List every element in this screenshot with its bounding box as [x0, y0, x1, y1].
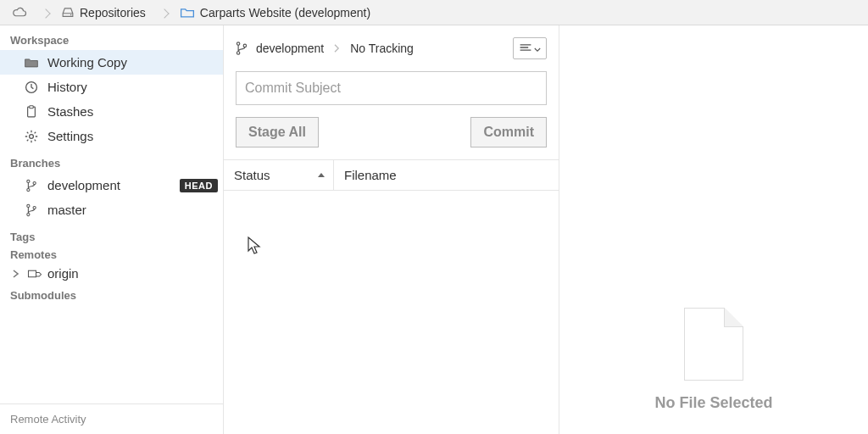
clock-icon — [24, 81, 39, 94]
column-status[interactable]: Status — [224, 160, 334, 190]
svg-point-9 — [27, 213, 30, 215]
branch-icon — [24, 203, 39, 217]
cursor-icon — [248, 236, 261, 258]
commit-options-menu[interactable] — [513, 37, 547, 59]
svg-rect-11 — [29, 270, 36, 277]
column-filename[interactable]: Filename — [334, 160, 407, 190]
svg-point-10 — [33, 206, 36, 209]
chevron-right-icon — [156, 6, 170, 19]
breadcrumb-cloud[interactable] — [5, 0, 34, 25]
section-branches-label: Branches — [0, 148, 223, 173]
breadcrumb-repositories-label: Repositories — [80, 6, 146, 19]
tracking-label[interactable]: No Tracking — [350, 42, 414, 55]
breadcrumb-bar: Repositories Carparts Website (developme… — [0, 0, 868, 25]
current-branch-name[interactable]: development — [256, 42, 324, 55]
remote-activity-label: Remote Activity — [0, 403, 223, 434]
drive-icon — [61, 7, 75, 19]
no-file-selected-text: No File Selected — [654, 394, 772, 412]
breadcrumb-current-repo[interactable]: Carparts Website (development) — [173, 0, 377, 25]
sidebar-item-working-copy[interactable]: Working Copy — [0, 50, 223, 75]
sidebar-item-label: History — [47, 80, 87, 94]
sidebar-item-label: origin — [47, 266, 79, 281]
sidebar-branch-development[interactable]: development HEAD — [0, 173, 223, 198]
folder-closed-icon — [24, 57, 39, 69]
sidebar-item-settings[interactable]: Settings — [0, 124, 223, 148]
branch-tracking-row: development No Tracking — [236, 37, 547, 59]
folder-icon — [180, 7, 195, 19]
section-remotes-label: Remotes — [0, 247, 223, 264]
sidebar-item-label: Settings — [47, 129, 93, 143]
commit-subject-input[interactable] — [236, 71, 547, 105]
stage-all-button[interactable]: Stage All — [236, 117, 319, 147]
sidebar: Workspace Working Copy History Stashes — [0, 25, 224, 434]
branch-icon — [24, 179, 39, 192]
commit-button[interactable]: Commit — [470, 117, 547, 147]
svg-point-8 — [27, 204, 30, 207]
head-badge: HEAD — [180, 179, 218, 192]
svg-point-5 — [27, 180, 30, 182]
section-tags-label: Tags — [0, 222, 223, 247]
sidebar-item-label: Stashes — [47, 104, 93, 119]
svg-point-12 — [236, 42, 239, 45]
section-workspace-label: Workspace — [0, 25, 223, 50]
chevron-right-icon — [334, 42, 340, 55]
section-submodules-label: Submodules — [0, 281, 223, 305]
branch-icon — [236, 41, 248, 56]
chevron-right-icon — [10, 266, 22, 281]
sidebar-item-label: development — [47, 178, 120, 192]
sidebar-item-history[interactable]: History — [0, 75, 223, 99]
sidebar-remote-origin[interactable]: origin — [0, 266, 223, 281]
svg-rect-3 — [30, 105, 33, 108]
commit-panel: development No Tracking Stage All Comm — [224, 25, 559, 434]
svg-point-7 — [33, 181, 36, 184]
chevron-right-icon — [37, 6, 51, 19]
sidebar-item-label: Working Copy — [47, 55, 127, 70]
menu-icon — [519, 42, 532, 55]
file-preview-panel: No File Selected — [559, 25, 868, 434]
svg-point-14 — [243, 44, 246, 47]
changes-table-header: Status Filename — [224, 160, 559, 191]
svg-point-13 — [236, 52, 239, 54]
file-placeholder-icon — [684, 308, 743, 381]
sidebar-item-stashes[interactable]: Stashes — [0, 99, 223, 124]
changes-table-body — [224, 191, 559, 434]
svg-point-6 — [27, 188, 30, 191]
breadcrumb-repo-label: Carparts Website (development) — [200, 6, 370, 19]
breadcrumb-repositories[interactable]: Repositories — [54, 0, 153, 25]
remote-icon — [27, 268, 42, 280]
cloud-icon — [12, 7, 27, 19]
clipboard-icon — [24, 105, 39, 119]
svg-point-0 — [70, 14, 71, 14]
chevron-down-icon — [534, 42, 541, 55]
sidebar-branch-master[interactable]: master — [0, 198, 223, 222]
sidebar-item-label: master — [47, 203, 86, 217]
svg-point-4 — [30, 134, 34, 138]
gear-icon — [24, 130, 39, 143]
